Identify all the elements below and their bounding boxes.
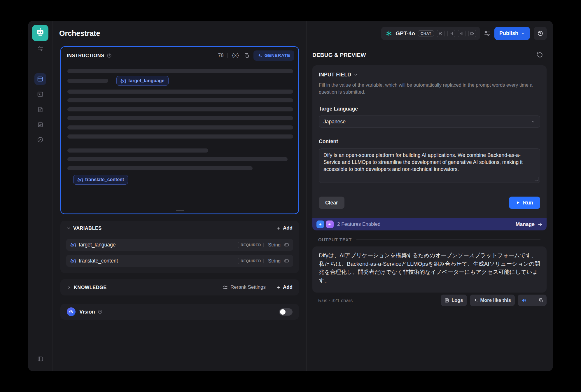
- topbar-actions: GPT-4o CHAT Publish: [381, 27, 547, 40]
- column-divider: [306, 21, 307, 371]
- plus-icon: [276, 226, 281, 230]
- resize-handle[interactable]: [176, 210, 184, 211]
- input-field-description: Fill in the value of the variable, which…: [319, 82, 537, 96]
- input-field-header[interactable]: INPUT FIELD: [319, 72, 358, 78]
- app-window: Orchestrate GPT-4o CHAT Publish: [28, 21, 553, 371]
- output-title: OUTPUT TEXT: [318, 237, 352, 242]
- rerank-settings-icon: [223, 285, 228, 290]
- audio-copy-group: [518, 295, 547, 306]
- copy-output-icon[interactable]: [535, 295, 547, 306]
- document-mode-icon: [447, 30, 455, 37]
- resize-corner-icon[interactable]: [535, 177, 538, 181]
- variable-prefix: {x}: [77, 177, 83, 182]
- input-field-card: INPUT FIELD Fill in the value of the var…: [312, 65, 547, 218]
- divider: [271, 285, 271, 290]
- orchestrate-settings-icon[interactable]: [34, 43, 46, 54]
- required-badge: REQUIRED: [238, 258, 264, 264]
- variable-type: String: [268, 258, 281, 264]
- model-parameters-icon[interactable]: [484, 30, 491, 37]
- debug-preview-title: DEBUG & PREVIEW: [312, 52, 366, 58]
- variable-prefix: {x}: [120, 78, 126, 83]
- logs-button[interactable]: Logs: [441, 295, 467, 306]
- output-header: OUTPUT TEXT: [318, 237, 540, 242]
- sidebar-item-monitoring[interactable]: [34, 134, 46, 146]
- generate-label: GENERATE: [265, 53, 290, 58]
- variables-title: VARIABLES: [73, 225, 102, 231]
- sidebar-item-annotations[interactable]: [34, 119, 46, 130]
- input-field-type-icon[interactable]: [284, 242, 289, 247]
- language-select[interactable]: Japanese: [319, 116, 540, 128]
- play-icon: [516, 201, 520, 205]
- variable-name: target_language: [79, 242, 116, 248]
- instructions-header: INSTRUCTIONS 78 {x} GENERATE: [61, 47, 298, 64]
- insert-variable-icon[interactable]: {x}: [232, 53, 239, 58]
- plus-icon: [276, 285, 281, 290]
- variable-row[interactable]: {x} target_language REQUIRED String: [66, 239, 293, 251]
- model-mode-badge: CHAT: [418, 30, 434, 36]
- page-title: Orchestrate: [59, 29, 100, 38]
- version-history-button[interactable]: [534, 27, 547, 40]
- knowledge-section: KNOWLEDGE Rerank Settings Add: [60, 279, 299, 295]
- manage-features-button[interactable]: Manage: [516, 221, 542, 228]
- sidebar: [28, 21, 53, 371]
- output-text: Difyは、AIアプリケーションを構築するためのオープンソースプラットフォームで…: [319, 251, 540, 285]
- help-icon[interactable]: [98, 309, 102, 314]
- variable-chip-translate-content[interactable]: {x} translate_content: [73, 175, 128, 185]
- sidebar-item-api[interactable]: [34, 88, 46, 100]
- video-mode-icon: [468, 30, 476, 37]
- content-textarea[interactable]: Dify is an open-source platform for buil…: [319, 148, 540, 183]
- generate-button[interactable]: GENERATE: [253, 50, 294, 61]
- variables-header[interactable]: VARIABLES: [66, 225, 102, 231]
- divider: [532, 297, 532, 303]
- collapse-sidebar-button[interactable]: [34, 353, 46, 365]
- help-icon[interactable]: [107, 53, 112, 58]
- manage-label: Manage: [516, 221, 535, 228]
- variable-chip-target-language[interactable]: {x} target_language: [116, 76, 169, 86]
- sidebar-item-logs[interactable]: [34, 104, 46, 115]
- knowledge-title: KNOWLEDGE: [74, 285, 107, 290]
- variable-name: translate_content: [85, 177, 124, 182]
- char-count: 78: [218, 52, 224, 58]
- run-button[interactable]: Run: [509, 197, 540, 209]
- logs-label: Logs: [452, 298, 463, 303]
- desktop-background: Orchestrate GPT-4o CHAT Publish: [0, 0, 581, 392]
- chevron-right-icon[interactable]: [67, 285, 71, 290]
- input-field-title: INPUT FIELD: [319, 72, 351, 78]
- sparkles-icon: [258, 53, 262, 58]
- run-label: Run: [523, 200, 533, 206]
- output-panel: Difyは、AIアプリケーションを構築するためのオープンソースプラットフォームで…: [312, 246, 547, 293]
- instructions-panel[interactable]: INSTRUCTIONS 78 {x} GENERATE: [60, 46, 299, 214]
- vision-toggle[interactable]: [279, 308, 293, 316]
- arrow-right-icon: [538, 222, 542, 227]
- chevron-down-icon: [354, 73, 358, 77]
- language-value: Japanese: [323, 119, 346, 125]
- divider: [356, 239, 540, 240]
- variables-section: VARIABLES Add {x} target_language REQUIR…: [60, 221, 299, 273]
- app-logo[interactable]: [32, 25, 48, 41]
- speaker-icon[interactable]: [518, 295, 530, 306]
- variable-row[interactable]: {x} translate_content REQUIRED String: [66, 255, 293, 267]
- variable-prefix: {x}: [70, 242, 76, 247]
- logs-icon: [444, 298, 449, 303]
- input-field-type-icon[interactable]: [284, 258, 289, 263]
- chevron-down-icon: [531, 119, 536, 124]
- publish-label: Publish: [499, 30, 518, 36]
- copy-prompt-icon[interactable]: [244, 53, 249, 58]
- restart-debug-icon[interactable]: [537, 52, 543, 58]
- publish-button[interactable]: Publish: [494, 27, 530, 40]
- sidebar-item-orchestrate[interactable]: [34, 73, 46, 85]
- add-knowledge-button[interactable]: Add: [276, 284, 293, 290]
- rerank-settings-button[interactable]: Rerank Settings: [223, 284, 266, 290]
- features-bar: 2 Features Enabled Manage: [312, 218, 547, 230]
- more-like-this-button[interactable]: More like this: [470, 295, 515, 306]
- vision-label: Vision: [79, 309, 95, 315]
- clear-button[interactable]: Clear: [319, 197, 344, 209]
- model-selector[interactable]: GPT-4o CHAT: [381, 27, 480, 40]
- rerank-settings-label: Rerank Settings: [230, 284, 266, 290]
- output-actions: Logs More like this: [441, 295, 547, 306]
- agent-feature-icon: [316, 220, 324, 228]
- sparkles-icon: [474, 298, 478, 302]
- variable-name: translate_content: [79, 258, 118, 264]
- add-variable-button[interactable]: Add: [276, 225, 293, 231]
- audio-mode-icon: [458, 30, 466, 37]
